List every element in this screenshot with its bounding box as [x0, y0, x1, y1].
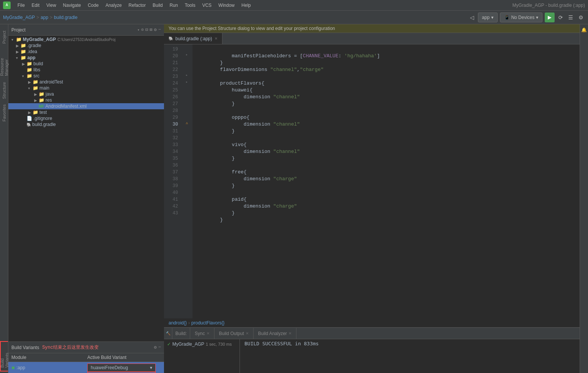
bv-minimize-icon[interactable]: −	[158, 345, 161, 350]
code-editor[interactable]: 19 20 21 22 23 24 25 26 27 28 29 30 31 3…	[164, 44, 580, 318]
nav-productflavors[interactable]: productFlavors{}	[191, 320, 224, 326]
gradle-file-icon: 🐘	[27, 123, 31, 127]
menu-code[interactable]: Code	[85, 2, 102, 9]
build-output-item[interactable]: ✓ MyGradle_AGP 1 sec, 730 ms	[166, 341, 238, 348]
bv-icons: ⚙ −	[154, 345, 161, 350]
menu-vcs[interactable]: VCS	[199, 2, 215, 9]
breadcrumb-app[interactable]: app	[41, 15, 48, 20]
idea-label: .idea	[27, 49, 37, 54]
menu-view[interactable]: View	[43, 2, 59, 9]
gutter-23[interactable]: ▸	[181, 72, 192, 79]
ln-43: 43	[164, 210, 181, 217]
sidebar-item-resource-manager[interactable]: Resource Manager	[0, 49, 9, 79]
build-prefix: Build:	[175, 331, 187, 336]
menubar: A File Edit View Navigate Code Analyze R…	[0, 0, 588, 11]
sidebar-item-build-variants[interactable]: Build Variants	[0, 341, 8, 371]
run-button[interactable]: ▶	[545, 13, 555, 22]
src-label: src	[33, 73, 39, 79]
build-time: 1 sec, 730 ms	[206, 342, 232, 346]
root-folder-icon: 📁	[16, 37, 22, 42]
gradle-label: .gradle	[27, 43, 41, 48]
refresh-button[interactable]: ⟳	[557, 14, 564, 21]
menu-build[interactable]: Build	[150, 2, 166, 9]
sidebar-item-project[interactable]: Project	[1, 26, 7, 49]
tree-gitignore[interactable]: 📄 .gitignore	[8, 115, 164, 121]
chevron-down-icon2: ▾	[536, 15, 538, 20]
gutter-28	[181, 106, 192, 113]
back-button[interactable]: ◁	[468, 14, 476, 21]
build-output-close-icon[interactable]: ✕	[246, 331, 249, 335]
sidebar-item-favorites[interactable]: Favorites	[1, 102, 7, 124]
expand-icon[interactable]: ⊞	[150, 27, 152, 33]
tree-test[interactable]: ▶ 📁 test	[8, 109, 164, 115]
gutter-24[interactable]: ▸	[181, 79, 192, 85]
tree-src[interactable]: ▾ 📁 src	[8, 73, 164, 79]
tab-close-icon[interactable]: ✕	[214, 36, 218, 41]
code-content[interactable]: manifestPlaceholders = [CHANNE_VALUE: 'h…	[192, 44, 580, 318]
ln-42: 42	[164, 203, 181, 210]
menu-refactor[interactable]: Refactor	[126, 2, 149, 9]
dropdown-chevron-icon: ▾	[150, 365, 152, 370]
build-variant-dropdown[interactable]: huaweiFreeDebug ▾ huaweiFreeDebug huawei…	[87, 364, 156, 371]
menu-navigate[interactable]: Navigate	[60, 2, 84, 9]
sync-close-icon[interactable]: ✕	[207, 331, 210, 335]
settings-gear-icon[interactable]: ⚙	[154, 27, 157, 33]
tree-app[interactable]: ▾ 📁 app	[8, 55, 164, 61]
right-sidebar-icon[interactable]: 🔔	[581, 24, 587, 36]
tree-androidmanifest[interactable]: MF AndroidManifest.xml	[8, 103, 164, 109]
bv-settings-icon[interactable]: ⚙	[154, 345, 157, 350]
tree-res[interactable]: ▶ 📁 res	[8, 97, 164, 103]
collapse-icon[interactable]: ⊟	[145, 27, 148, 33]
arrow-icon: ▶	[16, 44, 20, 48]
build-list-button[interactable]: ☰	[567, 14, 575, 21]
tree-root[interactable]: ▾ 📁 MyGradle_AGP C:\Users\27531\AndroidS…	[8, 36, 164, 42]
locate-icon[interactable]: ⊙	[141, 27, 144, 33]
info-bar: You can use the Project Structure dialog…	[164, 24, 580, 33]
ln-39: 39	[164, 183, 181, 189]
menu-file[interactable]: File	[14, 2, 28, 9]
breadcrumb-file[interactable]: build.gradle	[54, 15, 77, 20]
gutter-20[interactable]: ▸	[181, 51, 192, 58]
editor-tab-buildgradle[interactable]: 🐘 build.gradle (:app) ✕	[164, 33, 222, 44]
bv-header: Build Variants Sync结束之后这里发生改变 ⚙ −	[8, 342, 164, 353]
tree-java[interactable]: ▶ 📁 java	[8, 91, 164, 97]
tree-buildgradle[interactable]: 🐘 build.gradle	[8, 121, 164, 127]
ln-30: 30	[164, 121, 181, 128]
menu-run[interactable]: Run	[167, 2, 181, 9]
sidebar-item-structure[interactable]: Structure	[1, 79, 7, 102]
gutter-43	[181, 208, 192, 215]
menu-tools[interactable]: Tools	[182, 2, 199, 9]
tree-gradle[interactable]: ▶ 📁 .gradle	[8, 42, 164, 49]
ln-33: 33	[164, 142, 181, 148]
btab-build-output[interactable]: Build Output ✕	[214, 328, 254, 339]
breadcrumb-project[interactable]: MyGradle_AGP	[3, 15, 35, 20]
tree-idea[interactable]: ▶ 📁 .idea	[8, 49, 164, 55]
favorites-label: Favorites	[1, 101, 7, 124]
libs-label: libs	[33, 67, 40, 72]
menu-analyze[interactable]: Analyze	[102, 2, 125, 9]
code-gutter: ▸ ▸ ▸ ⚠	[181, 44, 192, 318]
minimize-icon[interactable]: −	[158, 27, 161, 33]
test-label: test	[39, 110, 47, 115]
menu-edit[interactable]: Edit	[28, 2, 43, 9]
btab-build-analyzer[interactable]: Build Analyzer ✕	[254, 328, 296, 339]
bv-columns: Module Active Build Variant	[8, 353, 164, 362]
tree-androidtest[interactable]: ▶ 📁 androidTest	[8, 79, 164, 85]
app-dropdown-label: app	[482, 15, 490, 20]
build-analyzer-label: Build Analyzer	[258, 331, 287, 336]
menu-help[interactable]: Help	[238, 2, 254, 9]
bv-module-label: :app	[16, 365, 25, 370]
project-label: Project	[1, 28, 7, 47]
left-sidebar: Project Resource Manager Structure Favor…	[0, 24, 8, 373]
no-devices-button[interactable]: 📱 No Devices ▾	[500, 13, 542, 22]
settings-button[interactable]: ⚙	[577, 14, 585, 21]
tree-main[interactable]: ▾ 📁 main	[8, 85, 164, 91]
build-analyzer-close-icon[interactable]: ✕	[288, 331, 292, 335]
tree-libs[interactable]: 📁 libs	[8, 67, 164, 73]
dropdown-selected[interactable]: huaweiFreeDebug ▾	[87, 364, 156, 371]
nav-android[interactable]: android{}	[169, 320, 187, 326]
tree-build[interactable]: ▶ 📁 build	[8, 61, 164, 67]
btab-sync[interactable]: Sync ✕	[190, 328, 214, 339]
menu-window[interactable]: Window	[215, 2, 238, 9]
app-dropdown-button[interactable]: app ▾	[478, 13, 498, 22]
